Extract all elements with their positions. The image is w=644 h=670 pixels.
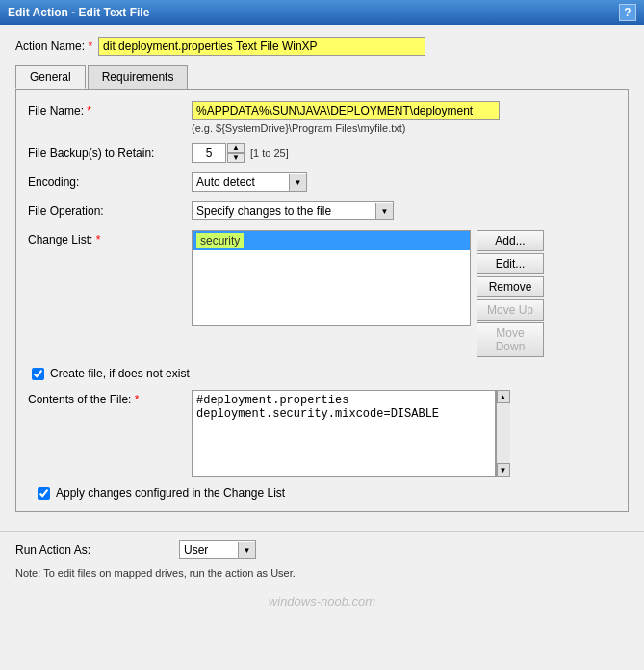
- apply-changes-label: Apply changes configured in the Change L…: [56, 486, 285, 500]
- file-op-row: File Operation: Specify changes to the f…: [28, 201, 616, 220]
- scroll-track: [497, 403, 510, 463]
- backup-area: ▲ ▼ [1 to 25]: [192, 143, 616, 163]
- change-list-item-text: security: [196, 233, 244, 248]
- file-name-row: File Name: * (e.g. ${SystemDrive}\Progra…: [28, 101, 616, 134]
- file-name-hint: (e.g. ${SystemDrive}\Program Files\myfil…: [192, 122, 616, 134]
- contents-textarea-wrapper: ▲ ▼: [192, 390, 509, 477]
- contents-area: ▲ ▼: [192, 390, 616, 477]
- encoding-label: Encoding:: [28, 172, 192, 189]
- run-as-value: User: [184, 543, 234, 556]
- scroll-up-button[interactable]: ▲: [497, 390, 510, 403]
- tabs: General Requirements: [15, 65, 629, 89]
- run-action-row: Run Action As: User ▼: [15, 540, 629, 559]
- contents-textarea[interactable]: [192, 390, 496, 477]
- file-op-label: File Operation:: [28, 201, 192, 218]
- backup-row: File Backup(s) to Retain: ▲ ▼ [1 to 25]: [28, 143, 616, 163]
- file-name-area: (e.g. ${SystemDrive}\Program Files\myfil…: [192, 101, 616, 134]
- watermark: windows-noob.com: [0, 586, 644, 616]
- backup-value-input[interactable]: [192, 143, 226, 163]
- backup-range: [1 to 25]: [250, 147, 289, 159]
- action-name-row: Action Name: *: [15, 37, 629, 56]
- create-file-row: Create file, if does not exist: [28, 367, 616, 380]
- remove-button[interactable]: Remove: [477, 276, 544, 297]
- change-list-label: Change List: *: [28, 230, 192, 246]
- encoding-row: Encoding: Auto detect ▼: [28, 172, 616, 192]
- tab-content-general: File Name: * (e.g. ${SystemDrive}\Progra…: [15, 89, 629, 512]
- contents-scrollbar[interactable]: ▲ ▼: [496, 390, 509, 477]
- change-list-area: security Add... Edit... Remove Move Up M…: [192, 230, 616, 357]
- run-action-label: Run Action As:: [15, 543, 179, 556]
- run-as-dropdown-arrow[interactable]: ▼: [238, 542, 255, 558]
- file-op-value: Specify changes to the file: [196, 204, 372, 218]
- action-name-input[interactable]: [98, 37, 425, 56]
- file-op-select[interactable]: Specify changes to the file ▼: [192, 201, 394, 220]
- contents-label: Contents of the File: *: [28, 390, 192, 406]
- spinner-down-button[interactable]: ▼: [227, 153, 245, 163]
- contents-row: Contents of the File: * ▲ ▼: [28, 390, 616, 477]
- file-name-label: File Name: *: [28, 101, 192, 117]
- action-name-label: Action Name: *: [15, 39, 92, 53]
- spinner-buttons: ▲ ▼: [227, 143, 245, 163]
- title-bar: Edit Action - Edit Text File ?: [0, 0, 644, 25]
- bottom-section: Run Action As: User ▼ Note: To edit file…: [0, 531, 644, 586]
- add-button[interactable]: Add...: [477, 230, 544, 251]
- spinner-up-button[interactable]: ▲: [227, 143, 245, 153]
- apply-changes-row: Apply changes configured in the Change L…: [28, 486, 616, 500]
- title-bar-text: Edit Action - Edit Text File: [8, 6, 149, 19]
- list-item[interactable]: security: [193, 231, 470, 250]
- move-down-button[interactable]: Move Down: [477, 322, 544, 357]
- main-content: Action Name: * General Requirements File…: [0, 25, 644, 524]
- backup-spinner: ▲ ▼ [1 to 25]: [192, 143, 616, 163]
- help-button[interactable]: ?: [619, 4, 636, 21]
- run-as-select[interactable]: User ▼: [179, 540, 256, 559]
- change-list-box[interactable]: security: [192, 230, 471, 326]
- create-file-label: Create file, if does not exist: [50, 367, 190, 380]
- move-up-button[interactable]: Move Up: [477, 299, 544, 321]
- file-op-area: Specify changes to the file ▼: [192, 201, 616, 220]
- change-list-buttons: Add... Edit... Remove Move Up Move Down: [477, 230, 544, 357]
- encoding-select[interactable]: Auto detect ▼: [192, 172, 307, 192]
- encoding-value: Auto detect: [196, 175, 285, 189]
- change-list-row: Change List: * security Add... Edit... R…: [28, 230, 616, 357]
- tab-requirements[interactable]: Requirements: [88, 65, 189, 89]
- scroll-down-button[interactable]: ▼: [497, 463, 510, 477]
- file-name-input[interactable]: [192, 101, 500, 120]
- change-list-container: security Add... Edit... Remove Move Up M…: [192, 230, 616, 357]
- tab-general[interactable]: General: [15, 65, 86, 89]
- encoding-area: Auto detect ▼: [192, 172, 616, 192]
- note-text: Note: To edit files on mapped drives, ru…: [15, 567, 629, 579]
- encoding-dropdown-arrow[interactable]: ▼: [289, 174, 306, 191]
- backup-label: File Backup(s) to Retain:: [28, 143, 192, 160]
- edit-button[interactable]: Edit...: [477, 253, 544, 274]
- file-op-dropdown-arrow[interactable]: ▼: [375, 203, 393, 219]
- apply-changes-checkbox[interactable]: [38, 487, 50, 500]
- create-file-checkbox[interactable]: [32, 368, 44, 380]
